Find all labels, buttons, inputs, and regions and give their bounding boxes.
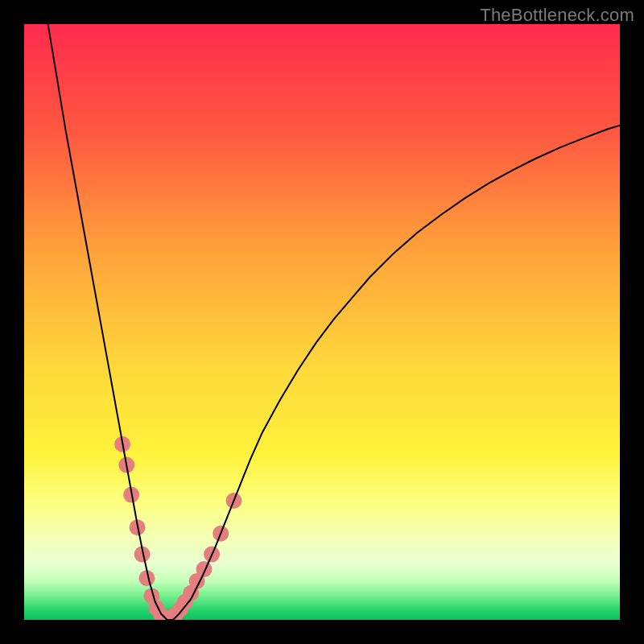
plot-area <box>24 24 620 620</box>
chart-frame: TheBottleneck.com <box>0 0 644 644</box>
chart-svg <box>24 24 620 620</box>
gradient-background <box>24 24 620 620</box>
marker-point <box>196 561 212 577</box>
watermark-text: TheBottleneck.com <box>480 5 634 26</box>
